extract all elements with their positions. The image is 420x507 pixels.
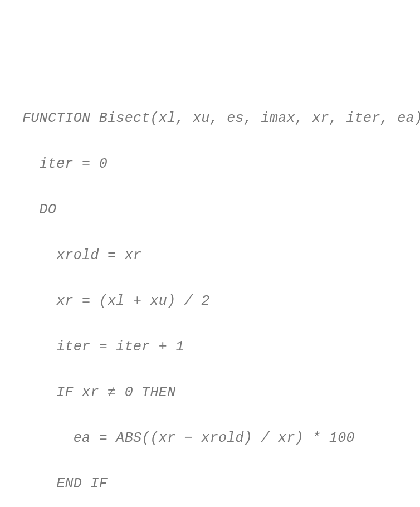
- code-line: xrold = xr: [22, 244, 413, 267]
- code-line: iter = 0: [22, 153, 413, 176]
- code-line: DO: [22, 198, 413, 221]
- code-line: FUNCTION Bisect(xl, xu, es, imax, xr, it…: [22, 107, 413, 130]
- code-line: IF xr ≠ 0 THEN: [22, 381, 413, 404]
- code-line: END IF: [22, 472, 413, 495]
- code-line: iter = iter + 1: [22, 335, 413, 358]
- code-line: xr = (xl + xu) / 2: [22, 290, 413, 313]
- code-line: ea = ABS((xr − xrold) / xr) * 100: [22, 427, 413, 450]
